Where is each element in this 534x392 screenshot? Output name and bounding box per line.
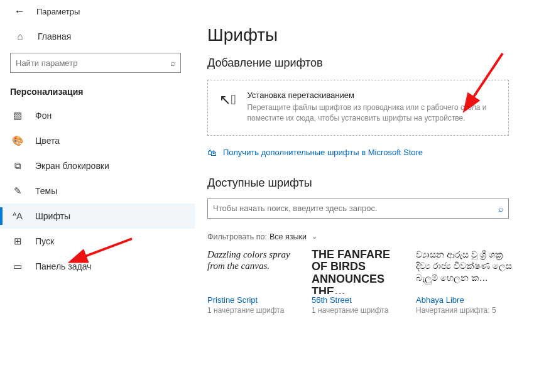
store-link[interactable]: 🛍 Получить дополнительные шрифты в Micro…	[207, 147, 528, 158]
sidebar-item-background[interactable]: ▧Фон	[0, 103, 195, 128]
font-faces: 1 начертание шрифта	[207, 306, 304, 315]
home-nav[interactable]: ⌂ Главная	[0, 18, 195, 49]
sidebar: ← Параметры ⌂ Главная ⌕ Персонализация ▧…	[0, 0, 195, 392]
chevron-down-icon: ⌄	[312, 232, 317, 241]
font-grid: Dazzling colors spray from the canvas.Pr…	[207, 248, 528, 315]
font-card[interactable]: ව්‍යාසන ආරුස වු ශ්‍රී ශක්‍ර දිව්‍ය රාජ්‍…	[416, 248, 513, 315]
available-fonts-heading: Доступные шрифты	[207, 177, 528, 190]
sidebar-item-label: Темы	[35, 186, 57, 196]
add-fonts-heading: Добавление шрифтов	[207, 57, 528, 70]
section-header: Персонализация	[10, 87, 195, 97]
font-drop-zone[interactable]: ↖𖠕 Установка перетаскиванием Перетащите …	[207, 80, 509, 136]
font-name: 56th Street	[312, 295, 408, 305]
back-button[interactable]: ←	[14, 5, 25, 18]
sidebar-item-label: Фон	[35, 111, 52, 121]
drag-icon: ↖𖠕	[219, 92, 236, 108]
font-preview: THE FANFARE OF BIRDS ANNOUNCES THE…	[312, 248, 408, 294]
start-icon: ⊞	[10, 236, 25, 247]
font-faces: Начертания шрифта: 5	[416, 306, 513, 315]
store-link-label: Получить дополнительные шрифты в Microso…	[223, 148, 423, 157]
sidebar-item-themes[interactable]: ✎Темы	[0, 178, 195, 204]
drop-zone-title: Установка перетаскиванием	[247, 90, 497, 100]
filter-dropdown[interactable]: Фильтровать по: Все языки ⌄	[207, 232, 528, 241]
background-icon: ▧	[10, 110, 25, 121]
font-faces: 1 начертание шрифта	[312, 306, 408, 315]
taskbar-icon: ▭	[10, 261, 25, 272]
lockscreen-icon: ⧉	[10, 160, 25, 172]
main-content: Шрифты Добавление шрифтов ↖𖠕 Установка п…	[207, 0, 528, 392]
filter-label: Фильтровать по:	[207, 232, 267, 241]
search-icon: ⌕	[170, 58, 175, 68]
sidebar-item-label: Шрифты	[35, 211, 70, 221]
font-search[interactable]: ⌕	[207, 199, 509, 219]
title-bar: ← Параметры	[0, 0, 195, 18]
sidebar-item-label: Экран блокировки	[35, 161, 109, 171]
home-icon: ⌂	[14, 31, 26, 41]
nav-list: ▧Фон🎨Цвета⧉Экран блокировки✎ТемыᴬAШрифты…	[0, 103, 195, 279]
page-title: Шрифты	[207, 25, 528, 45]
sidebar-item-fonts[interactable]: ᴬAШрифты	[0, 204, 195, 229]
font-preview: ව්‍යාසන ආරුස වු ශ්‍රී ශක්‍ර දිව්‍ය රාජ්‍…	[416, 248, 513, 294]
drop-zone-desc: Перетащите файлы шрифтов из проводника и…	[247, 102, 497, 124]
font-name: Pristine Script	[207, 295, 304, 305]
themes-icon: ✎	[10, 185, 25, 197]
filter-value: Все языки	[270, 232, 307, 241]
sidebar-item-label: Пуск	[35, 236, 54, 246]
home-label: Главная	[38, 31, 71, 41]
search-icon: ⌕	[498, 204, 503, 214]
font-preview: Dazzling colors spray from the canvas.	[207, 248, 304, 294]
sidebar-item-label: Цвета	[35, 136, 60, 146]
font-name: Abhaya Libre	[416, 295, 513, 305]
font-card[interactable]: Dazzling colors spray from the canvas.Pr…	[207, 248, 304, 315]
drop-zone-text: Установка перетаскиванием Перетащите фай…	[247, 90, 497, 124]
font-card[interactable]: THE FANFARE OF BIRDS ANNOUNCES THE…56th …	[312, 248, 408, 315]
sidebar-item-start[interactable]: ⊞Пуск	[0, 229, 195, 254]
fonts-icon: ᴬA	[10, 210, 25, 222]
sidebar-item-colors[interactable]: 🎨Цвета	[0, 128, 195, 153]
window-title: Параметры	[36, 7, 80, 16]
search-input[interactable]	[16, 58, 170, 68]
settings-search[interactable]: ⌕	[10, 53, 181, 73]
sidebar-item-label: Панель задач	[35, 261, 91, 271]
sidebar-item-lockscreen[interactable]: ⧉Экран блокировки	[0, 153, 195, 178]
store-icon: 🛍	[207, 147, 217, 158]
colors-icon: 🎨	[10, 135, 25, 146]
font-search-input[interactable]	[213, 204, 498, 213]
sidebar-item-taskbar[interactable]: ▭Панель задач	[0, 254, 195, 279]
